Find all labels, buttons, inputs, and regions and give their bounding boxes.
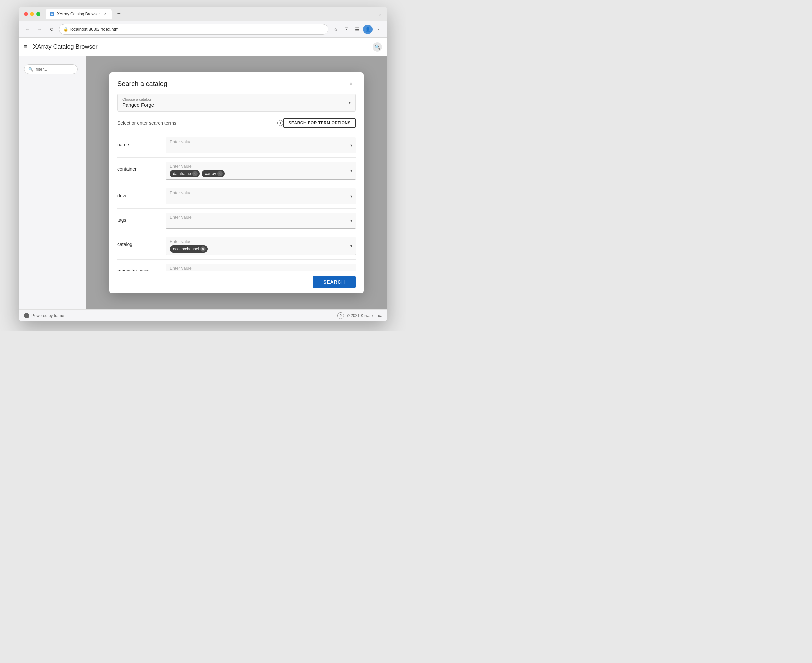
powered-by-text: Powered by trame: [31, 314, 64, 318]
app-content: ≡ XArray Catalog Browser 🔍 🔍: [19, 37, 387, 322]
address-bar[interactable]: 🔒 localhost:8080/index.html: [59, 24, 328, 35]
modal-header: Search a catalog ×: [109, 72, 364, 94]
forward-button[interactable]: →: [35, 25, 44, 34]
minimize-window-button[interactable]: [30, 12, 34, 16]
requester-pays-field-input[interactable]: Enter value false ✕ ▾: [166, 264, 356, 270]
active-browser-tab[interactable]: X XArray Catalog Browser ×: [45, 9, 112, 19]
driver-field-label: driver: [117, 188, 161, 198]
container-placeholder: Enter value: [170, 164, 352, 169]
catalog-select-value: Pangeo Forge: [122, 102, 349, 108]
search-button[interactable]: SEARCH: [313, 276, 356, 288]
name-field-label: name: [117, 137, 161, 147]
container-tag-xarray-remove[interactable]: ✕: [217, 171, 223, 176]
container-field-row: container Enter value dataframe ✕: [117, 157, 356, 184]
catalog-tag-ocean-channel-remove[interactable]: ✕: [200, 246, 206, 252]
app-header: ≡ XArray Catalog Browser 🔍: [19, 37, 387, 56]
search-terms-label: Select or enter search terms: [117, 120, 276, 126]
container-field-input[interactable]: Enter value dataframe ✕ xarray: [166, 162, 356, 180]
tags-placeholder: Enter value: [170, 215, 352, 220]
filter-search-icon: 🔍: [29, 67, 34, 72]
zoom-button[interactable]: 🔍: [373, 42, 382, 52]
modal-overlay: Search a catalog × Choose a catalog Pang…: [86, 56, 387, 309]
tab-close-button[interactable]: ×: [103, 12, 107, 16]
container-tag-xarray: xarray ✕: [202, 170, 225, 178]
copyright-text: © 2021 Kitware Inc.: [347, 314, 382, 318]
trame-logo: [24, 313, 29, 319]
catalog-select-label: Choose a catalog: [122, 97, 349, 102]
sidebar-filter: 🔍: [19, 60, 86, 78]
reading-list-button[interactable]: ☰: [352, 25, 362, 34]
app-title: XArray Catalog Browser: [33, 43, 98, 50]
container-tag-dataframe: dataframe ✕: [170, 170, 199, 178]
powered-by: Powered by trame: [24, 313, 64, 319]
browser-menu-button[interactable]: ⋮: [374, 25, 383, 34]
tags-dropdown-icon: ▾: [350, 218, 352, 223]
name-dropdown-icon: ▾: [350, 143, 352, 148]
tags-field-input[interactable]: Enter value ▾: [166, 213, 356, 229]
help-button[interactable]: ?: [337, 312, 344, 319]
lock-icon: 🔒: [63, 27, 68, 32]
tags-field-label: tags: [117, 213, 161, 223]
catalog-tag-ocean-channel-label: ocean/channel: [173, 247, 199, 251]
filter-input[interactable]: [36, 66, 69, 72]
back-button[interactable]: ←: [23, 25, 32, 34]
catalog-field-label: catalog: [117, 237, 161, 247]
sidebar: 🔍: [19, 56, 86, 309]
browser-toolbar: ← → ↻ 🔒 localhost:8080/index.html ☆ ⊡ ☰ …: [19, 21, 387, 37]
bookmark-button[interactable]: ☆: [331, 25, 340, 34]
container-tag-xarray-label: xarray: [205, 171, 216, 176]
catalog-selector[interactable]: Choose a catalog Pangeo Forge ▾: [117, 94, 356, 112]
catalog-dropdown-icon: ▾: [350, 244, 352, 249]
search-term-options-button[interactable]: SEARCH FOR TERM OPTIONS: [284, 118, 356, 128]
requester-pays-field-label: requester_pays: [117, 264, 161, 270]
address-text: localhost:8080/index.html: [70, 27, 324, 32]
name-placeholder: Enter value: [170, 139, 352, 144]
container-field-label: container: [117, 162, 161, 172]
search-catalog-modal: Search a catalog × Choose a catalog Pang…: [109, 72, 364, 293]
container-dropdown-icon: ▾: [350, 168, 352, 173]
reload-button[interactable]: ↻: [47, 25, 56, 34]
main-area: Search a catalog × Choose a catalog Pang…: [86, 56, 387, 309]
requester-pays-dropdown-icon: ▾: [350, 270, 352, 271]
catalog-placeholder: Enter value: [170, 239, 352, 244]
name-field-input[interactable]: Enter value ▾: [166, 137, 356, 154]
catalog-tags: ocean/channel ✕: [170, 246, 352, 253]
info-icon[interactable]: i: [277, 120, 284, 126]
driver-field-input[interactable]: Enter value ▾: [166, 188, 356, 204]
extensions-button[interactable]: ⊡: [342, 25, 351, 34]
app-menu-icon[interactable]: ≡: [24, 43, 28, 50]
tab-list-chevron[interactable]: ⌄: [378, 11, 382, 17]
maximize-window-button[interactable]: [36, 12, 40, 16]
driver-field-row: driver Enter value ▾: [117, 184, 356, 208]
tab-title: XArray Catalog Browser: [57, 12, 100, 16]
app-footer: Powered by trame ? © 2021 Kitware Inc.: [19, 309, 387, 322]
catalog-dropdown-icon: ▾: [349, 100, 351, 105]
container-tags: dataframe ✕ xarray ✕: [170, 170, 352, 178]
catalog-field-row: catalog Enter value ocean/channel ✕: [117, 233, 356, 259]
browser-titlebar: X XArray Catalog Browser × + ⌄: [19, 7, 387, 21]
profile-avatar[interactable]: 👤: [363, 25, 373, 34]
filter-input-wrap[interactable]: 🔍: [24, 64, 78, 74]
new-tab-button[interactable]: +: [114, 10, 123, 19]
name-field-row: name Enter value ▾: [117, 133, 356, 157]
container-tag-dataframe-remove[interactable]: ✕: [192, 171, 198, 176]
container-tag-dataframe-label: dataframe: [173, 171, 191, 176]
tags-field-row: tags Enter value ▾: [117, 208, 356, 233]
modal-body: Choose a catalog Pangeo Forge ▾ Select o…: [109, 94, 364, 270]
catalog-select-content: Choose a catalog Pangeo Forge: [122, 97, 349, 108]
modal-footer: SEARCH: [109, 270, 364, 293]
catalog-tag-ocean-channel: ocean/channel ✕: [170, 246, 208, 253]
page-body: 🔍 Search a catalog ×: [19, 56, 387, 309]
driver-dropdown-icon: ▾: [350, 194, 352, 199]
requester-pays-placeholder: Enter value: [170, 265, 352, 270]
catalog-field-input[interactable]: Enter value ocean/channel ✕ ▾: [166, 237, 356, 255]
browser-toolbar-icons: ☆ ⊡ ☰ 👤 ⋮: [331, 25, 383, 34]
search-terms-row: Select or enter search terms i SEARCH FO…: [117, 118, 356, 128]
modal-close-button[interactable]: ×: [346, 79, 356, 88]
traffic-lights: [24, 12, 40, 16]
requester-pays-field-row: requester_pays Enter value false ✕: [117, 259, 356, 270]
driver-placeholder: Enter value: [170, 190, 352, 195]
modal-title: Search a catalog: [117, 80, 167, 88]
close-window-button[interactable]: [24, 12, 28, 16]
tab-favicon: X: [50, 12, 54, 16]
